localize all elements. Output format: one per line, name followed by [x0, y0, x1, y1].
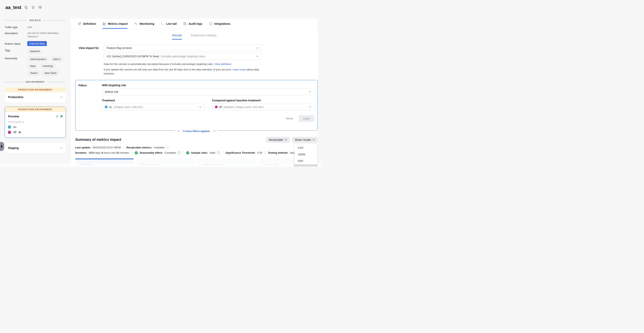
production-environment-banner: PRODUCTION ENVIRONMENT [5, 107, 66, 112]
treatments-title: TREATMENTS [8, 121, 62, 123]
sidebar: DETAILS Traffic type user Description A/… [5, 19, 66, 153]
metric-card-all-metrics[interactable]: All metrics 12 [75, 158, 134, 166]
significance-threshold-value: 0.05 [257, 151, 262, 154]
tab-label: Definition [83, 22, 96, 25]
help-icon[interactable] [217, 151, 220, 154]
chevron-down-icon [313, 139, 315, 140]
view-impact-section: View impact for Feature flag versions V2… [70, 45, 318, 76]
divider [183, 151, 184, 155]
app-header: aa_test [6, 5, 42, 10]
results-subnav: Results Experiment settings [70, 34, 318, 40]
line-chart-icon [102, 22, 106, 26]
tab-definition[interactable]: Definition [78, 19, 96, 29]
seasonality-value: Complete [165, 151, 176, 154]
metric-card-label: Desired impact [140, 164, 191, 166]
reset-button[interactable]: Reset [286, 117, 293, 120]
share-menu-item-csv[interactable]: CSV [294, 144, 317, 151]
baseline-value: off [219, 106, 222, 108]
environment-card-preview[interactable]: PRODUCTION ENVIRONMENT Preview TREATMENT… [5, 107, 66, 138]
share-results-menu: CSV JSON PDF Copy URL [294, 144, 317, 166]
divider [43, 20, 66, 20]
sample-ratio-value: Valid [210, 151, 215, 154]
environment-section-title: ENVIRONMENT [26, 81, 45, 83]
testing-method-label: Testing method: [268, 151, 288, 154]
description-value: A/A test to check telemetry "fairness" [27, 32, 66, 38]
treatment-on-label: on [13, 125, 16, 128]
metric-summary-cards: All metrics 12 Desired impact 0 Undesire… [75, 158, 318, 166]
chevron-down-icon [199, 106, 201, 108]
owner-pill: Team1 [27, 70, 40, 76]
metric-card-label: Undesired impact [202, 164, 252, 166]
treatment-off-row: off [8, 131, 62, 134]
environment-name: Production [8, 95, 24, 99]
recalculate-button[interactable]: Recalculate [266, 137, 290, 143]
info-icon[interactable] [166, 146, 169, 149]
version-value: V21 (Active) (10/03/2022 04:59PM To Now) [106, 55, 159, 58]
apply-button[interactable]: Apply [299, 115, 314, 122]
tab-live-tail[interactable]: Live tail [160, 19, 176, 29]
environment-status-dot [60, 147, 62, 149]
duration-value: 1013 days 8 hours and 33 minutes [89, 151, 129, 154]
subtab-results[interactable]: Results [172, 34, 182, 40]
tab-metrics-impact[interactable]: Metrics impact [102, 19, 128, 29]
baseline-dropdown[interactable]: off (Default | Unique users: 315,461) [212, 104, 314, 110]
share-menu-item-json[interactable]: JSON [294, 151, 317, 158]
sidebar-expander-button[interactable] [0, 142, 4, 151]
share-menu-item-copy-url[interactable]: Copy URL [294, 164, 317, 166]
treatment-dropdown[interactable]: on (Unique users: 316,341) [102, 104, 204, 110]
details-section-title: DETAILS [30, 19, 41, 22]
share-menu-item-pdf[interactable]: PDF [294, 158, 317, 164]
chevron-down-icon [285, 139, 287, 140]
terminal-icon [160, 22, 164, 26]
tab-label: Monitoring [140, 22, 154, 25]
settings-button[interactable] [38, 6, 42, 9]
data-retention-note: If you update this version we will only … [104, 68, 262, 76]
targeting-rule-dropdown[interactable]: default rule [102, 88, 314, 95]
tab-integrations[interactable]: Integrations [209, 19, 230, 29]
rollout-status-badge: External Beta [27, 41, 47, 46]
filters-label: Filters [78, 84, 102, 122]
chevron-down-icon [309, 91, 311, 92]
seasonality-label: Seasonality effect: [140, 151, 163, 154]
production-environment-banner: PRODUCTION ENVIRONMENT [5, 87, 66, 92]
default-treatment-asterisk-icon [18, 131, 21, 134]
view-impact-label: View impact for [79, 45, 104, 76]
version-dropdown[interactable]: V21 (Active) (10/03/2022 04:59PM To Now)… [104, 53, 262, 60]
divider [222, 151, 223, 155]
favorite-button[interactable] [31, 6, 35, 9]
summary-section: Summary of metrics impact Recalculate Sh… [75, 137, 318, 166]
subtab-experiment-settings[interactable]: Experiment settings [191, 34, 216, 40]
chevron-down-icon [256, 56, 258, 57]
environment-card-staging[interactable]: Staging [5, 142, 66, 153]
document-search-icon [183, 22, 187, 26]
summary-title: Summary of metrics impact [75, 137, 121, 142]
copy-name-button[interactable] [24, 6, 28, 9]
tab-monitoring[interactable]: Monitoring [134, 19, 154, 29]
recalculate-metrics-label: Recalculate metrics: [126, 146, 152, 149]
owner-pill: dave [27, 63, 38, 69]
impact-type-dropdown[interactable]: Feature flag versions [104, 45, 262, 51]
more-filters-toggle[interactable]: 0 more filters applied [175, 130, 218, 132]
tab-audit-logs[interactable]: Audit logs [183, 19, 202, 29]
environment-card-production[interactable]: PRODUCTION ENVIRONMENT Production [5, 87, 66, 103]
copy-icon [24, 6, 28, 9]
owner-pill: bilal+1 [50, 56, 63, 62]
sample-ratio-label: Sample ratio: [191, 151, 208, 154]
traffic-type-row: Traffic type user [5, 25, 66, 29]
learn-more-link[interactable]: Learn more [232, 68, 246, 71]
environment-status-dot [60, 96, 62, 98]
view-definition-link[interactable]: View definition [214, 62, 231, 66]
chevron-down-icon [214, 130, 216, 132]
share-results-button[interactable]: Share results [292, 137, 318, 143]
tab-label: Audit logs [188, 22, 202, 25]
pulse-icon [134, 22, 138, 26]
metric-card-label: All metrics [79, 164, 130, 166]
metric-card-desired-impact[interactable]: Desired impact 0 [136, 158, 195, 166]
impact-type-value: Feature flag versions [106, 46, 256, 50]
swap-arrows-icon [55, 115, 59, 118]
metric-card-undesired-impact[interactable]: Undesired impact 0 [198, 158, 256, 166]
tags-label: Tags [5, 48, 27, 54]
help-icon[interactable] [178, 151, 180, 154]
tag-pill: backend [27, 48, 42, 54]
treatment-on-swatch [8, 126, 11, 128]
